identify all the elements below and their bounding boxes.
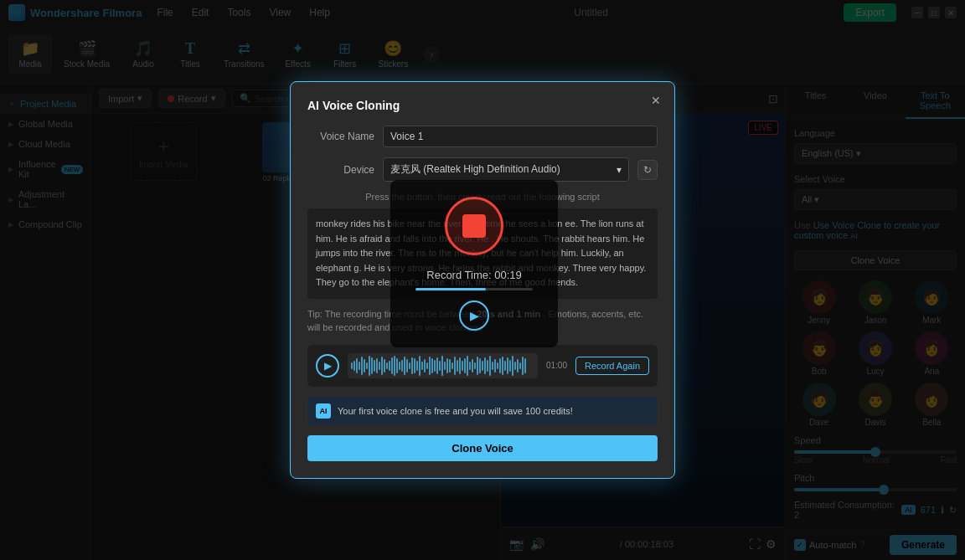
device-refresh-button[interactable]: ↻ (637, 160, 658, 180)
device-selector[interactable]: 麦克风 (Realtek High Definition Audio) ▾ (383, 157, 629, 182)
waveform-duration: 01:00 (546, 361, 567, 370)
device-chevron-icon: ▾ (617, 164, 622, 176)
modal-title: AI Voice Cloning (307, 99, 658, 112)
ai-promo-text: Your first voice clone is free and you w… (338, 406, 573, 416)
record-stop-icon (462, 214, 486, 238)
clone-voice-modal-button[interactable]: Clone Voice (307, 435, 658, 461)
record-again-button[interactable]: Record Again (575, 357, 649, 375)
ai-promo-icon: AI (316, 403, 331, 419)
recording-section: ▶ 01:00 Record Again (307, 345, 658, 387)
modal-overlay: Record Time: 00:19 ▶ AI Voice Cloning ✕ … (0, 0, 965, 560)
play-recording-button[interactable]: ▶ (316, 354, 339, 378)
modal-close-button[interactable]: ✕ (648, 92, 664, 109)
voice-name-label: Voice Name (307, 131, 374, 142)
voice-name-row: Voice Name (307, 126, 658, 147)
record-progress-bar (415, 288, 533, 290)
record-indicator (445, 197, 503, 255)
record-time-display: Record Time: 00:19 (426, 269, 521, 281)
voice-name-input[interactable] (383, 126, 658, 147)
device-row: Device 麦克风 (Realtek High Definition Audi… (307, 157, 658, 182)
record-progress-fill (415, 288, 486, 290)
record-play-button[interactable]: ▶ (459, 301, 489, 331)
recording-indicator-overlay: Record Time: 00:19 ▶ (390, 180, 558, 347)
waveform-display (348, 353, 538, 378)
ai-promo-banner: AI Your first voice clone is free and yo… (307, 397, 658, 425)
device-value: 麦克风 (Realtek High Definition Audio) (390, 162, 560, 177)
device-label: Device (307, 164, 374, 176)
